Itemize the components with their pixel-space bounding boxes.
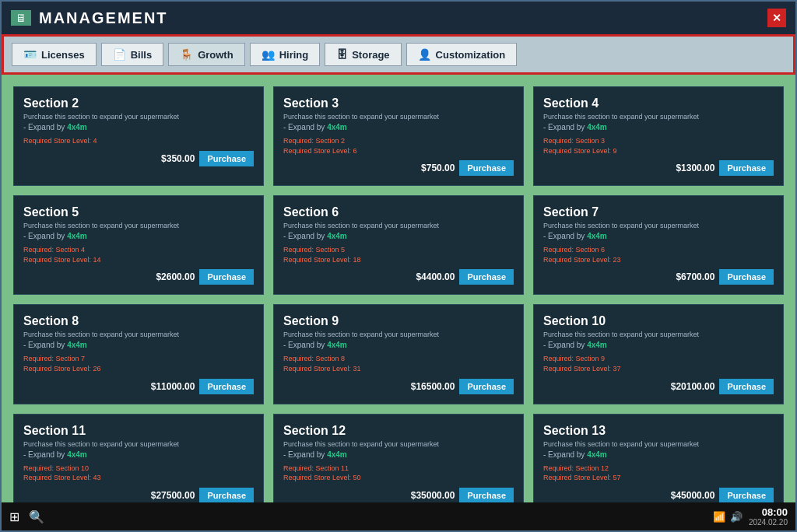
licenses-icon: 🪪 (23, 48, 37, 61)
tab-customization[interactable]: 👤 Customization (406, 43, 518, 66)
section-footer-12: $35000.00 Purchase (283, 488, 514, 502)
tab-growth[interactable]: 🪑 Growth (168, 43, 245, 66)
purchase-btn-13[interactable]: Purchase (719, 488, 774, 502)
section-title-13: Section 13 (543, 424, 774, 438)
section-expand-8: - Expand by 4x4m (23, 341, 254, 349)
section-footer-10: $20100.00 Purchase (543, 379, 774, 394)
tab-licenses[interactable]: 🪪 Licenses (12, 43, 97, 66)
section-req-7: Required: Section 6 Required Store Level… (543, 245, 774, 264)
section-req-5: Required: Section 4 Required Store Level… (23, 245, 254, 264)
taskbar-right: 📶 🔊 08:00 2024.02.20 (713, 506, 788, 527)
section-price-10: $20100.00 (671, 381, 715, 392)
search-button[interactable]: 🔍 (29, 509, 44, 524)
tab-bar: 🪪 Licenses 📄 Bills 🪑 Growth 👥 Hiring 🗄 S… (2, 34, 795, 75)
section-req-3: Required: Section 2 Required Store Level… (283, 136, 514, 156)
purchase-btn-9[interactable]: Purchase (459, 379, 514, 394)
section-card-10: Section 10 Purchase this section to expa… (533, 304, 784, 404)
section-title-5: Section 5 (23, 205, 254, 219)
section-price-9: $16500.00 (411, 381, 455, 392)
taskbar-left: ⊞ 🔍 (9, 509, 44, 524)
section-req-8: Required: Section 7 Required Store Level… (23, 354, 254, 373)
tab-hiring[interactable]: 👥 Hiring (250, 43, 321, 66)
section-card-12: Section 12 Purchase this section to expa… (273, 414, 524, 502)
purchase-btn-8[interactable]: Purchase (199, 379, 254, 394)
section-desc-4: Purchase this section to expand your sup… (543, 113, 774, 121)
window-icon: 🖥 (11, 10, 31, 26)
section-card-5: Section 5 Purchase this section to expan… (13, 195, 264, 295)
section-expand-2: - Expand by 4x4m (23, 123, 254, 131)
section-expand-7: - Expand by 4x4m (543, 232, 774, 240)
section-card-11: Section 11 Purchase this section to expa… (13, 414, 264, 502)
section-expand-6: - Expand by 4x4m (283, 232, 514, 240)
section-title-8: Section 8 (23, 314, 254, 328)
purchase-btn-2[interactable]: Purchase (199, 151, 254, 166)
tab-customization-label: Customization (436, 49, 506, 61)
purchase-btn-6[interactable]: Purchase (459, 269, 514, 285)
purchase-btn-11[interactable]: Purchase (199, 488, 254, 502)
tab-growth-label: Growth (198, 49, 233, 61)
start-button[interactable]: ⊞ (9, 509, 19, 524)
purchase-btn-4[interactable]: Purchase (719, 160, 774, 176)
tab-licenses-label: Licenses (41, 49, 85, 61)
section-desc-13: Purchase this section to expand your sup… (543, 440, 774, 448)
section-footer-11: $27500.00 Purchase (23, 488, 254, 502)
section-price-3: $750.00 (421, 163, 455, 173)
section-title-9: Section 9 (283, 314, 514, 328)
tab-storage-label: Storage (352, 49, 389, 61)
purchase-btn-10[interactable]: Purchase (719, 379, 774, 394)
section-desc-11: Purchase this section to expand your sup… (23, 440, 254, 448)
section-expand-13: - Expand by 4x4m (543, 450, 774, 459)
section-title-11: Section 11 (23, 424, 254, 438)
storage-icon: 🗄 (336, 48, 347, 61)
section-desc-9: Purchase this section to expand your sup… (283, 331, 514, 338)
section-title-3: Section 3 (283, 96, 514, 110)
section-card-6: Section 6 Purchase this section to expan… (273, 195, 524, 295)
section-footer-6: $4400.00 Purchase (283, 269, 514, 285)
section-card-4: Section 4 Purchase this section to expan… (533, 86, 784, 186)
section-price-5: $2600.00 (156, 271, 195, 282)
section-req-4: Required: Section 3 Required Store Level… (543, 136, 774, 156)
tab-bills[interactable]: 📄 Bills (101, 43, 163, 66)
purchase-btn-5[interactable]: Purchase (199, 269, 254, 285)
tab-bills-label: Bills (131, 49, 152, 61)
window-title: MANAGEMENT (39, 9, 168, 27)
section-price-6: $4400.00 (416, 271, 455, 282)
section-expand-3: - Expand by 4x4m (283, 123, 514, 131)
purchase-btn-7[interactable]: Purchase (719, 269, 774, 285)
section-card-9: Section 9 Purchase this section to expan… (273, 304, 524, 404)
section-desc-3: Purchase this section to expand your sup… (283, 113, 514, 121)
section-expand-12: - Expand by 4x4m (283, 450, 514, 459)
section-expand-5: - Expand by 4x4m (23, 232, 254, 240)
section-footer-3: $750.00 Purchase (283, 160, 514, 176)
section-expand-11: - Expand by 4x4m (23, 450, 254, 459)
growth-icon: 🪑 (180, 48, 193, 61)
section-footer-7: $6700.00 Purchase (543, 269, 774, 285)
section-title-6: Section 6 (283, 205, 514, 219)
section-expand-10: - Expand by 4x4m (543, 341, 774, 349)
section-price-4: $1300.00 (676, 163, 714, 173)
purchase-btn-12[interactable]: Purchase (459, 488, 514, 502)
system-icons: 📶 🔊 (713, 511, 743, 523)
section-desc-2: Purchase this section to expand your sup… (23, 113, 254, 121)
taskbar: ⊞ 🔍 📶 🔊 08:00 2024.02.20 (2, 502, 795, 530)
section-card-7: Section 7 Purchase this section to expan… (533, 195, 784, 295)
section-desc-10: Purchase this section to expand your sup… (543, 331, 774, 338)
content-area: Section 2 Purchase this section to expan… (2, 75, 795, 502)
hiring-icon: 👥 (262, 48, 275, 61)
section-price-12: $35000.00 (411, 490, 455, 501)
close-button[interactable]: ✕ (767, 9, 786, 27)
section-price-7: $6700.00 (676, 271, 714, 282)
section-footer-8: $11000.00 Purchase (23, 379, 254, 394)
purchase-btn-3[interactable]: Purchase (459, 160, 514, 176)
section-footer-5: $2600.00 Purchase (23, 269, 254, 285)
section-footer-13: $45000.00 Purchase (543, 488, 774, 502)
tab-hiring-label: Hiring (279, 49, 309, 61)
section-title-2: Section 2 (23, 96, 254, 110)
section-card-13: Section 13 Purchase this section to expa… (533, 414, 784, 502)
tab-storage[interactable]: 🗄 Storage (325, 43, 401, 66)
section-title-10: Section 10 (543, 314, 774, 328)
section-desc-6: Purchase this section to expand your sup… (283, 222, 514, 229)
section-desc-5: Purchase this section to expand your sup… (23, 222, 254, 229)
section-card-3: Section 3 Purchase this section to expan… (273, 86, 524, 186)
section-desc-8: Purchase this section to expand your sup… (23, 331, 254, 338)
